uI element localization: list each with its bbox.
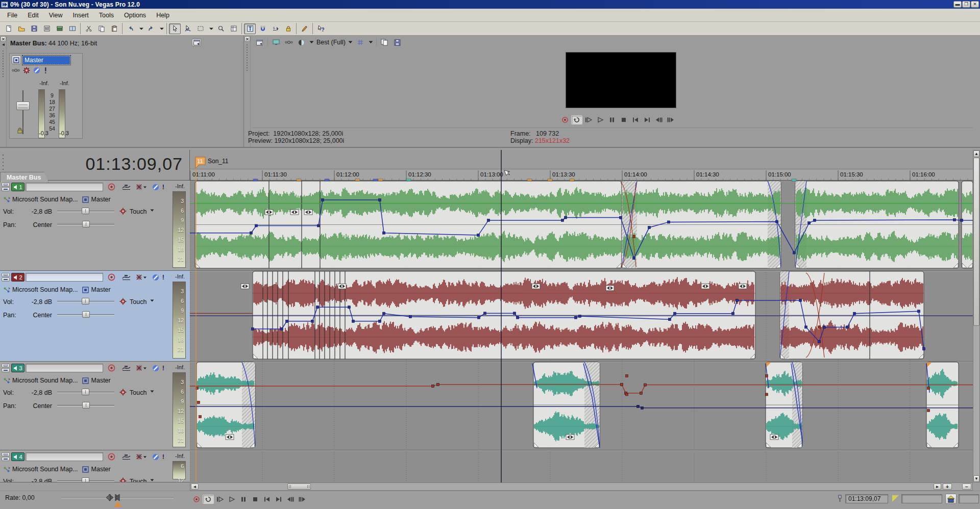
master-bus-name-input[interactable]: Master — [23, 56, 70, 64]
vol-slider[interactable] — [82, 208, 89, 214]
tab-master-bus[interactable]: Master Bus — [0, 172, 48, 183]
menu-view[interactable]: View — [44, 10, 68, 21]
envelope-node[interactable] — [311, 320, 314, 322]
home-icon[interactable] — [945, 494, 957, 504]
automation-settings-icon[interactable] — [23, 67, 30, 74]
pan-value[interactable]: Center — [27, 402, 52, 410]
track-header-1[interactable]: 1!-Inf.36912151821Microsoft Sound Map...… — [0, 181, 190, 271]
minimize-track-icon[interactable] — [2, 452, 10, 456]
mute-icon[interactable] — [135, 183, 148, 191]
envelope-node[interactable] — [432, 385, 434, 387]
track-automation-icon[interactable] — [120, 183, 132, 191]
record-button[interactable] — [191, 495, 202, 504]
audio-event[interactable] — [195, 181, 622, 268]
envelope-node[interactable] — [352, 320, 355, 322]
event-stretch-icon[interactable] — [532, 284, 540, 289]
quality-dropdown[interactable] — [347, 37, 354, 48]
next-frame-button[interactable] — [297, 495, 308, 504]
timeline-horizontal-scrollbar[interactable]: ◄ ► + − — [190, 482, 973, 491]
envelope-node[interactable] — [953, 218, 956, 221]
vol-slider[interactable] — [82, 298, 89, 304]
bus-selector[interactable]: Master — [91, 466, 111, 473]
next-frame-button[interactable] — [665, 115, 676, 124]
loop-playback-button[interactable] — [203, 495, 214, 504]
track-icon-4[interactable]: 4 — [11, 452, 24, 461]
track-automation-icon[interactable] — [120, 273, 132, 282]
redo-dropdown[interactable] — [158, 23, 164, 34]
envelope-node[interactable] — [281, 327, 283, 330]
bus-selector[interactable]: Master — [91, 286, 111, 293]
envelope-node[interactable] — [579, 315, 581, 318]
pan-slider[interactable] — [82, 402, 90, 409]
vol-automation-icon[interactable] — [118, 207, 128, 215]
bus-properties-icon[interactable] — [12, 56, 21, 64]
lock-envelopes-icon[interactable] — [282, 23, 294, 34]
record-arm-icon[interactable] — [106, 452, 116, 461]
external-monitor-icon[interactable] — [270, 37, 282, 48]
preview-quality-select[interactable]: Best (Full) — [316, 39, 346, 46]
docked-window-icon[interactable] — [192, 39, 201, 46]
envelope-node[interactable] — [637, 405, 640, 408]
envelope-node[interactable] — [250, 232, 253, 234]
mute-icon[interactable] — [135, 273, 148, 282]
pan-value[interactable]: Center — [27, 221, 52, 228]
envelope-node[interactable] — [316, 306, 319, 309]
record-button[interactable] — [559, 115, 571, 124]
event-stretch-icon[interactable] — [338, 284, 346, 289]
event-stretch-icon[interactable] — [770, 435, 778, 440]
track-automation-icon[interactable] — [120, 364, 132, 372]
envelope-node[interactable] — [814, 219, 816, 221]
envelope-node[interactable] — [633, 235, 635, 238]
envelope-node[interactable] — [923, 348, 925, 350]
restore-track-icon[interactable] — [2, 187, 10, 191]
envelope-node[interactable] — [927, 409, 930, 412]
envelope-node[interactable] — [799, 299, 802, 301]
track-name-input[interactable] — [26, 273, 103, 282]
new-project-icon[interactable] — [3, 23, 14, 34]
envelope-node[interactable] — [640, 392, 643, 394]
envelope-node[interactable] — [348, 306, 351, 309]
envelope-node[interactable] — [793, 251, 796, 254]
envelope-node[interactable] — [808, 222, 811, 224]
envelope-node[interactable] — [918, 310, 920, 313]
vol-value[interactable]: -2,8 dB — [27, 389, 52, 396]
envelope-node[interactable] — [477, 234, 480, 237]
play-button[interactable] — [595, 115, 606, 124]
envelope-node[interactable] — [823, 326, 826, 328]
envelope-node[interactable] — [853, 312, 856, 315]
play-button[interactable] — [226, 495, 237, 504]
event-stretch-icon[interactable] — [701, 284, 709, 289]
event-stretch-icon[interactable] — [265, 210, 273, 215]
restore-track-icon[interactable] — [2, 368, 10, 372]
envelope-node[interactable] — [621, 383, 623, 386]
device-selector[interactable]: Microsoft Sound Map... — [12, 196, 78, 203]
track-automation-icon[interactable] — [120, 452, 132, 461]
marker-bar[interactable] — [190, 150, 973, 169]
go-to-start-button[interactable] — [261, 495, 273, 504]
envelope-node[interactable] — [286, 320, 288, 322]
stop-button[interactable] — [618, 115, 629, 124]
normal-edit-tool-icon[interactable] — [169, 23, 181, 34]
automation-mode-select[interactable]: Touch — [130, 208, 146, 215]
vol-value[interactable]: -2,8 dB — [27, 298, 52, 306]
envelope-node[interactable] — [561, 219, 564, 221]
loop-playback-button[interactable] — [571, 115, 582, 124]
status-timecode[interactable]: 01:13:09,07 — [845, 494, 888, 503]
solo-icon[interactable] — [151, 183, 160, 191]
device-selector[interactable]: Microsoft Sound Map... — [12, 377, 78, 384]
envelope-node[interactable] — [575, 316, 577, 319]
envelope-node[interactable] — [409, 315, 412, 318]
go-to-end-button[interactable] — [273, 495, 284, 504]
panel-grip[interactable]: ✕ ◄ — [0, 36, 7, 147]
envelope-node[interactable] — [379, 199, 381, 201]
event-stretch-icon[interactable] — [566, 435, 574, 440]
timeline-canvas[interactable]: 01:11:0001:11:3001:12:0001:12:3001:13:00… — [190, 150, 973, 482]
restore-track-icon[interactable] — [2, 277, 10, 282]
copy-icon[interactable] — [95, 23, 107, 34]
copy-snapshot-icon[interactable] — [379, 37, 390, 48]
selection-edit-tool-icon[interactable] — [194, 23, 206, 34]
video-output-fx-icon[interactable] — [283, 37, 295, 48]
device-selector[interactable]: Microsoft Sound Map... — [12, 466, 78, 473]
phase-invert-icon[interactable]: ! — [161, 452, 165, 461]
drag-grip[interactable] — [2, 50, 5, 79]
